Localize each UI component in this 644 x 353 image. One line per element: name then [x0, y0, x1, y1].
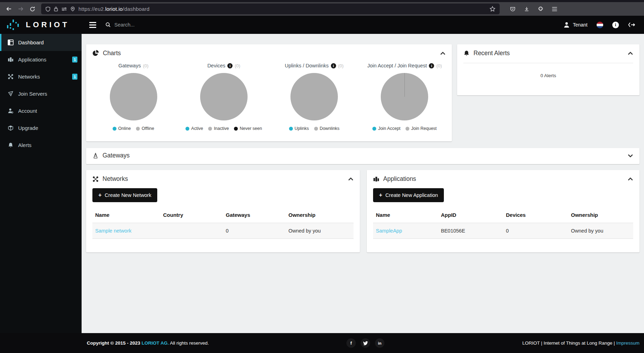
table-row: SampleApp BE01056E 0 Owned by you: [373, 223, 633, 239]
chart-title: Join Accept / Join Request: [367, 63, 427, 68]
networks-icon: [8, 74, 14, 80]
devices-chart: Devices(0) Active Inactive Never seen: [179, 63, 269, 131]
legend-dot: [372, 127, 376, 131]
table-row: Sample network 0 Owned by you: [92, 223, 354, 239]
charts-collapse-chevron-icon[interactable]: [440, 52, 446, 55]
language-flag-icon[interactable]: [597, 22, 603, 28]
user-menu[interactable]: Tenant: [563, 22, 588, 28]
extensions-puzzle-icon[interactable]: [535, 4, 546, 14]
alerts-collapse-chevron-icon[interactable]: [628, 52, 633, 55]
search-input[interactable]: [114, 22, 191, 28]
browser-reload-button[interactable]: [27, 4, 38, 14]
devices-pie[interactable]: [200, 73, 248, 120]
networks-panel: Networks + Create New Network Name Count…: [86, 170, 360, 252]
legend-label: Uplinks: [295, 126, 309, 131]
antenna-tower-icon: [92, 152, 99, 159]
sidebar-item-label: Join Servers: [18, 91, 47, 97]
lock-icon[interactable]: [54, 6, 58, 12]
chart-count: (0): [436, 63, 442, 68]
legend-label: Inactive: [214, 126, 229, 131]
copyright-text: Copyright © 2015 - 2023 LORIOT AG. All r…: [87, 340, 209, 346]
sidebar-item-label: Account: [18, 108, 37, 114]
footer-tagline: LORIOT | Internet of Things at Long Rang…: [522, 340, 639, 346]
column-header: Name: [92, 209, 160, 223]
sidebar-item-label: Applications: [18, 57, 46, 62]
network-ownership-cell: Owned by you: [286, 223, 354, 239]
sidebar-item-account[interactable]: Account: [0, 102, 82, 119]
permissions-icon[interactable]: [61, 7, 67, 12]
application-link[interactable]: SampleApp: [376, 228, 402, 234]
gateways-chart: Gateways(0) Online Offline: [88, 63, 179, 131]
sidebar-item-label: Networks: [18, 74, 40, 80]
upgrade-icon: [8, 125, 14, 131]
sidebar-toggle-icon[interactable]: [89, 22, 96, 28]
plus-icon: +: [98, 192, 101, 198]
loriot-logo[interactable]: LORIOT: [0, 19, 82, 31]
gateways-expand-chevron-icon[interactable]: [628, 154, 633, 157]
column-header: Devices: [503, 209, 568, 223]
app-navbar: LORIOT Tenant: [0, 16, 644, 34]
sidebar-item-label: Alerts: [18, 142, 31, 148]
pocket-icon[interactable]: [507, 4, 518, 14]
join-chart: Join Accept / Join Request(0) Join Accep…: [359, 63, 450, 131]
charts-panel-title: Charts: [103, 50, 121, 57]
info-icon[interactable]: [612, 22, 619, 28]
tracking-shield-icon[interactable]: [45, 6, 51, 12]
browser-menu-icon[interactable]: [549, 4, 560, 14]
network-link[interactable]: Sample network: [95, 228, 131, 234]
logout-icon[interactable]: [628, 22, 636, 28]
application-devices-cell: 0: [503, 223, 568, 239]
column-header: Ownership: [568, 209, 634, 223]
sidebar-item-join-servers[interactable]: Join Servers: [0, 85, 82, 102]
brand-text: LORIOT: [26, 20, 69, 29]
browser-toolbar: https://eu2.loriot.io/dashboard: [0, 0, 644, 16]
dashboard-icon: [8, 39, 14, 45]
legend-label: Offline: [142, 126, 154, 131]
applications-panel: Applications + Create New Application Na…: [367, 170, 639, 252]
networks-collapse-chevron-icon[interactable]: [348, 177, 354, 181]
sidebar-item-alerts[interactable]: Alerts: [0, 137, 82, 154]
charts-panel: Charts Gateways(0) Online Offline Device…: [86, 44, 452, 141]
join-pie[interactable]: [381, 73, 428, 120]
networks-panel-title: Networks: [103, 175, 128, 183]
sidebar-item-upgrade[interactable]: Upgrade: [0, 119, 82, 137]
applications-icon: [8, 57, 14, 62]
sidebar-item-label: Upgrade: [18, 125, 38, 131]
column-header: Ownership: [286, 209, 354, 223]
sidebar: Dashboard Applications 1 Networks 1 Join…: [0, 34, 82, 333]
bookmark-star-icon[interactable]: [490, 6, 495, 12]
uplinks-info-icon[interactable]: [331, 63, 336, 68]
legend-dot: [208, 127, 212, 131]
join-info-icon[interactable]: [429, 63, 434, 68]
bell-icon: [463, 50, 470, 57]
chart-title: Devices: [207, 63, 226, 68]
chart-count: (0): [338, 63, 344, 68]
create-new-network-button[interactable]: + Create New Network: [92, 188, 157, 202]
applications-collapse-chevron-icon[interactable]: [628, 177, 633, 181]
uplinks-downlinks-pie[interactable]: [290, 73, 338, 120]
twitter-icon[interactable]: [361, 338, 370, 348]
account-icon: [8, 108, 14, 114]
gateways-pie[interactable]: [110, 73, 157, 120]
column-header: Name: [373, 209, 438, 223]
browser-back-button[interactable]: [3, 4, 14, 14]
facebook-icon[interactable]: f: [347, 338, 356, 348]
legend-dot: [136, 127, 140, 131]
user-icon: [563, 22, 570, 28]
applications-table: Name AppID Devices Ownership SampleApp B…: [373, 209, 633, 239]
sidebar-item-dashboard[interactable]: Dashboard: [0, 34, 82, 51]
legend-label: Join Request: [411, 126, 437, 131]
linkedin-icon[interactable]: in: [375, 338, 385, 348]
sidebar-item-applications[interactable]: Applications 1: [0, 51, 82, 68]
location-pin-icon[interactable]: [70, 6, 75, 12]
downloads-icon[interactable]: [521, 4, 532, 14]
join-servers-icon: [8, 91, 14, 97]
chart-count: (0): [143, 63, 149, 68]
sidebar-item-networks[interactable]: Networks 1: [0, 68, 82, 85]
impressum-link[interactable]: Impressum: [616, 340, 639, 346]
loriot-ag-link[interactable]: LORIOT AG.: [142, 340, 169, 346]
devices-info-icon[interactable]: [227, 63, 233, 68]
create-new-application-button[interactable]: + Create New Application: [373, 188, 444, 202]
browser-forward-button[interactable]: [15, 4, 26, 14]
address-bar[interactable]: https://eu2.loriot.io/dashboard: [41, 3, 500, 14]
